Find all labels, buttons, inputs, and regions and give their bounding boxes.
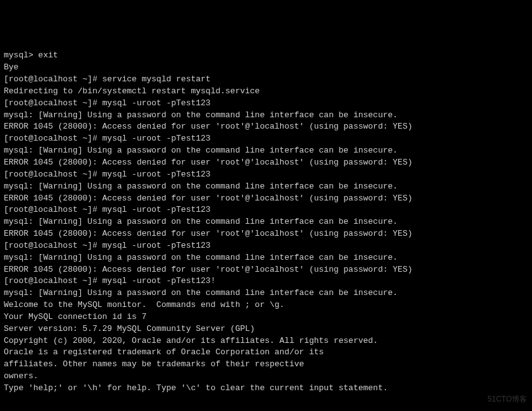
terminal-line: Redirecting to /bin/systemctl restart my… [4,86,528,98]
terminal-line: mysql: [Warning] Using a password on the… [4,287,528,299]
terminal-line: ERROR 1045 (28000): Access denied for us… [4,121,528,133]
terminal-line: Bye [4,62,528,74]
terminal-line: [root@localhost ~]# mysql -uroot -pTest1… [4,240,528,252]
terminal-line: mysql> exit [4,50,528,62]
terminal-line: Server version: 5.7.29 MySQL Community S… [4,323,528,335]
terminal-line: [root@localhost ~]# service mysqld resta… [4,74,528,86]
terminal-output[interactable]: mysql> exitBye[root@localhost ~]# servic… [4,50,528,394]
terminal-line: affiliates. Other names may be trademark… [4,359,528,371]
terminal-line: [root@localhost ~]# mysql -uroot -pTest1… [4,98,528,110]
terminal-line: ERROR 1045 (28000): Access denied for us… [4,264,528,276]
terminal-line: mysql: [Warning] Using a password on the… [4,216,528,228]
terminal-line: Oracle is a registered trademark of Orac… [4,347,528,359]
terminal-line: Your MySQL connection id is 7 [4,311,528,323]
terminal-line: ERROR 1045 (28000): Access denied for us… [4,193,528,205]
terminal-line: Type 'help;' or '\h' for help. Type '\c'… [4,383,528,395]
terminal-line: [root@localhost ~]# mysql -uroot -pTest1… [4,133,528,145]
terminal-line: mysql: [Warning] Using a password on the… [4,181,528,193]
terminal-line: mysql: [Warning] Using a password on the… [4,110,528,122]
terminal-line: [root@localhost ~]# mysql -uroot -pTest1… [4,275,528,287]
terminal-line: ERROR 1045 (28000): Access denied for us… [4,157,528,169]
watermark-text: 51CTO博客 [488,394,527,405]
terminal-line: mysql: [Warning] Using a password on the… [4,145,528,157]
terminal-line: owners. [4,371,528,383]
terminal-line: [root@localhost ~]# mysql -uroot -pTest1… [4,204,528,216]
terminal-line: ERROR 1045 (28000): Access denied for us… [4,228,528,240]
terminal-line: mysql: [Warning] Using a password on the… [4,252,528,264]
terminal-line: Welcome to the MySQL monitor. Commands e… [4,299,528,311]
terminal-line: [root@localhost ~]# mysql -uroot -pTest1… [4,169,528,181]
terminal-line: Copyright (c) 2000, 2020, Oracle and/or … [4,335,528,347]
